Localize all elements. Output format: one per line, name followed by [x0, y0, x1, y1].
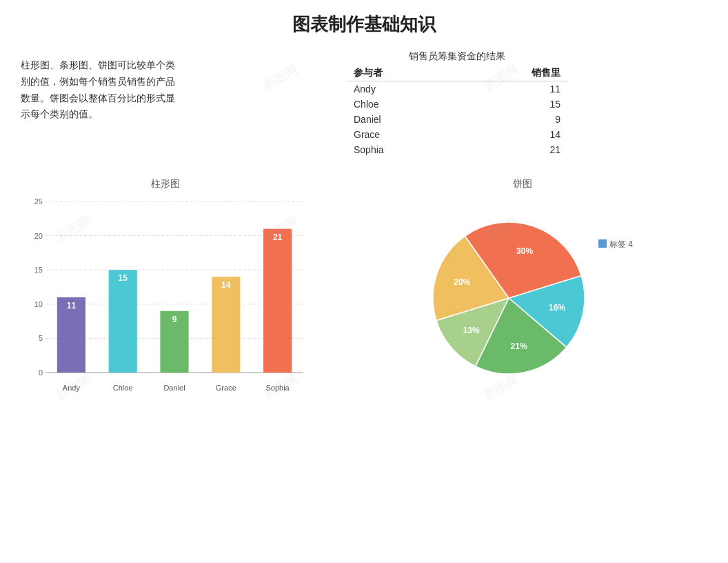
- bar-chart-title: 柱形图: [14, 178, 317, 190]
- svg-text:Daniel: Daniel: [163, 384, 185, 392]
- svg-text:21%: 21%: [511, 342, 527, 351]
- svg-rect-24: [263, 229, 292, 373]
- svg-text:标签  4: 标签 4: [609, 239, 633, 249]
- table-row: Daniel 9: [347, 112, 567, 127]
- participant-name: Chloe: [347, 97, 458, 112]
- sales-value: 9: [458, 112, 567, 127]
- description-text: 柱形图、条形图、饼图可比较单个类别的值，例如每个销售员销售的产品数量。饼图会以整…: [21, 59, 175, 119]
- participant-name: Daniel: [347, 112, 458, 127]
- table-block: 销售员筹集资金的结果 参与者 销售里 Andy 11Chloe 15Daniel…: [207, 50, 707, 157]
- svg-text:5: 5: [39, 334, 43, 342]
- svg-text:20: 20: [34, 232, 43, 240]
- svg-text:Grace: Grace: [216, 384, 236, 392]
- svg-text:Andy: Andy: [63, 384, 81, 392]
- svg-text:Chloe: Chloe: [113, 384, 133, 392]
- page-title: 图表制作基础知识: [0, 0, 728, 43]
- svg-text:30%: 30%: [516, 246, 533, 256]
- sales-value: 15: [458, 97, 567, 112]
- svg-rect-21: [212, 277, 240, 373]
- data-table: 参与者 销售里 Andy 11Chloe 15Daniel 9Grace 14S…: [347, 66, 567, 157]
- sales-value: 11: [458, 81, 567, 97]
- table-title: 销售员筹集资金的结果: [207, 50, 707, 63]
- svg-text:10: 10: [34, 300, 43, 308]
- sales-value: 21: [458, 142, 567, 157]
- bar-chart-container: 柱形图 051015202511Andy15Chloe9Daniel14Grac…: [14, 178, 317, 402]
- pie-chart-title: 饼图: [331, 178, 714, 190]
- participant-name: Andy: [347, 81, 458, 97]
- bar-chart-svg: 051015202511Andy15Chloe9Daniel14Grace21S…: [21, 195, 310, 395]
- table-row: Grace 14: [347, 127, 567, 142]
- svg-text:15: 15: [34, 266, 43, 274]
- table-row: Andy 11: [347, 81, 567, 97]
- svg-text:16%: 16%: [549, 303, 565, 313]
- svg-text:0: 0: [39, 368, 43, 377]
- col-participant-header: 参与者: [347, 66, 458, 81]
- svg-rect-15: [109, 270, 137, 373]
- participant-name: Grace: [347, 127, 458, 142]
- svg-text:13%: 13%: [463, 326, 480, 335]
- svg-text:15: 15: [119, 273, 128, 283]
- table-row: Chloe 15: [347, 97, 567, 112]
- top-section: 柱形图、条形图、饼图可比较单个类别的值，例如每个销售员销售的产品数量。饼图会以整…: [0, 43, 728, 164]
- pie-chart-container: 饼图 16%21%13%20%30%标签 4: [331, 178, 714, 402]
- svg-text:9: 9: [172, 315, 177, 324]
- bar-chart-area: 051015202511Andy15Chloe9Daniel14Grace21S…: [21, 195, 310, 395]
- svg-text:25: 25: [34, 197, 43, 206]
- svg-text:Sophia: Sophia: [265, 384, 290, 392]
- svg-text:14: 14: [221, 280, 231, 290]
- col-sales-header: 销售里: [458, 66, 567, 81]
- svg-text:21: 21: [273, 233, 283, 242]
- pie-chart-svg: 16%21%13%20%30%标签 4: [412, 205, 633, 391]
- svg-text:20%: 20%: [454, 277, 470, 287]
- svg-rect-32: [598, 239, 607, 248]
- sales-value: 14: [458, 127, 567, 142]
- charts-section: 柱形图 051015202511Andy15Chloe9Daniel14Grac…: [0, 171, 728, 408]
- pie-chart-area: 16%21%13%20%30%标签 4: [331, 195, 714, 402]
- table-row: Sophia 21: [347, 142, 567, 157]
- description-block: 柱形图、条形图、饼图可比较单个类别的值，例如每个销售员销售的产品数量。饼图会以整…: [21, 50, 179, 157]
- svg-text:11: 11: [67, 301, 77, 310]
- participant-name: Sophia: [347, 142, 458, 157]
